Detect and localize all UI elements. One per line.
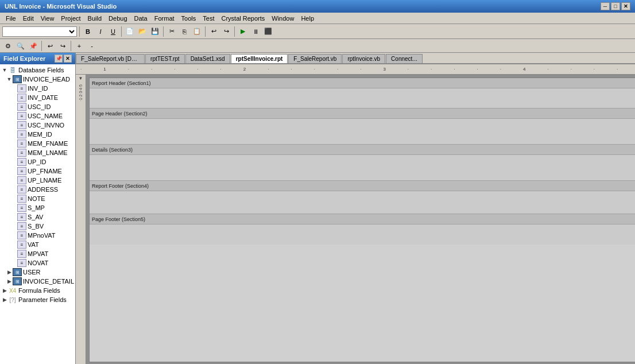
tree-up-fname[interactable]: ≡ UP_FNAME: [1, 166, 74, 176]
menu-view[interactable]: View: [37, 14, 58, 23]
tree-up-lname[interactable]: ≡ UP_LNAME: [1, 176, 74, 185]
toolbar-italic[interactable]: I: [95, 26, 106, 37]
tree-mem-lname[interactable]: ≡ MEM_LNAME: [1, 148, 74, 157]
tree-formula-fields[interactable]: ▶ X4 Formula Fields: [1, 286, 74, 295]
toolbar-underline[interactable]: U: [107, 26, 119, 37]
s-mp-label: S_MP: [28, 204, 45, 211]
menu-format[interactable]: Format: [151, 14, 178, 23]
close-button[interactable]: ✕: [621, 2, 630, 10]
tab-connect[interactable]: Connect...: [386, 54, 423, 63]
toolbar-open[interactable]: 📂: [137, 26, 148, 37]
tree-s-bv[interactable]: ≡ S_BV: [1, 222, 74, 231]
toolbar-save[interactable]: 💾: [149, 26, 161, 37]
field-icon-mem-fname: ≡: [17, 140, 26, 148]
field-icon-s-bv: ≡: [17, 222, 26, 230]
menu-tools[interactable]: Tools: [178, 14, 200, 23]
tree-mem-id[interactable]: ≡ MEM_ID: [1, 130, 74, 139]
no-expand-9: [10, 158, 17, 165]
field-icon-usc-id: ≡: [17, 103, 26, 111]
toolbar-btn-c[interactable]: 📌: [28, 40, 39, 52]
tree-note[interactable]: ≡ NOTE: [1, 194, 74, 203]
toolbar-redo[interactable]: ↪: [220, 26, 232, 37]
toolbar-pause[interactable]: ⏸: [250, 26, 261, 37]
field-icon-address: ≡: [17, 185, 26, 193]
parameter-fields-label: Parameter Fields: [18, 296, 67, 303]
formula-icon: X4: [8, 286, 17, 295]
minimize-button[interactable]: ─: [601, 2, 610, 10]
toolbar-paste[interactable]: 📋: [191, 26, 203, 37]
field-explorer-header-buttons: 📌 ✕: [55, 55, 72, 63]
toolbar-zoom-in[interactable]: +: [73, 40, 85, 52]
tree-address[interactable]: ≡ ADDRESS: [1, 185, 74, 194]
toolbar-btn-b[interactable]: 🔍: [15, 40, 26, 52]
menu-edit[interactable]: Edit: [20, 14, 37, 23]
usc-name-label: USC_NAME: [28, 113, 63, 119]
tab-f-sale-report[interactable]: F_SaleReport.vb: [288, 54, 342, 63]
maximize-button[interactable]: □: [611, 2, 620, 10]
fe-close-button[interactable]: ✕: [64, 55, 72, 63]
field-icon-vat: ≡: [17, 241, 26, 249]
field-icon-mem-id: ≡: [17, 130, 26, 138]
tree-s-mp[interactable]: ≡ S_MP: [1, 203, 74, 212]
tree-mpvat[interactable]: ≡ MPVAT: [1, 249, 74, 258]
tab-rpt-sell-invoice[interactable]: rptSellInvoice.rpt: [231, 54, 288, 63]
tab-sale-report-design[interactable]: F_SaleReport.vb [Design]: [76, 54, 145, 63]
address-label: ADDRESS: [28, 186, 58, 193]
no-expand-12: [10, 186, 17, 193]
toolbar-copy[interactable]: ⎘: [179, 26, 190, 37]
s-bv-label: S_BV: [28, 223, 44, 230]
menu-project[interactable]: Project: [57, 14, 84, 23]
menu-test[interactable]: Test: [199, 14, 218, 23]
mpnovate-label: MPnoVAT: [28, 232, 56, 239]
up-lname-label: UP_LNAME: [28, 177, 61, 184]
tree-user[interactable]: ▶ ⊞ USER: [1, 268, 74, 277]
field-icon-up-fname: ≡: [17, 167, 26, 175]
tree-mem-fname[interactable]: ≡ MEM_FNAME: [1, 139, 74, 148]
fe-pin-button[interactable]: 📌: [55, 55, 63, 63]
toolbar-combo-1[interactable]: [2, 26, 77, 37]
tree-invoice-head[interactable]: ▼ ⊞ INVOICE_HEAD: [1, 75, 74, 84]
menu-debug[interactable]: Debug: [105, 14, 130, 23]
tree-s-av[interactable]: ≡ S_AV: [1, 212, 74, 222]
field-icon-s-av: ≡: [17, 213, 26, 221]
tab-rpt-test[interactable]: rptTEST.rpt: [145, 54, 185, 63]
ruler-marks: ·1·····2·····3·····4·····5·····6·····7··…: [78, 67, 635, 72]
menu-file[interactable]: File: [2, 14, 20, 23]
menu-build[interactable]: Build: [84, 14, 105, 23]
tab-dataset[interactable]: DataSet1.xsd: [185, 54, 230, 63]
menu-crystal-reports[interactable]: Crystal Reports: [218, 14, 268, 23]
toolbar-btn-d[interactable]: ↩: [44, 40, 56, 52]
menu-help[interactable]: Help: [297, 14, 318, 23]
tree-usc-invno[interactable]: ≡ USC_INVNO: [1, 121, 74, 130]
field-explorer-body: ▼ 🗄 Database Fields ▼ ⊞ INVOICE_HEAD ≡ I…: [0, 64, 75, 364]
tree-inv-id[interactable]: ≡ INV_ID: [1, 84, 74, 93]
tree-usc-id[interactable]: ≡ USC_ID: [1, 102, 74, 111]
toolbar-new[interactable]: 📄: [124, 26, 135, 37]
tree-invoice-detail[interactable]: ▶ ⊞ INVOICE_DETAIL: [1, 277, 74, 286]
tab-rpt-invoice[interactable]: rptInvoice.vb: [342, 54, 385, 63]
toolbar-cut[interactable]: ✂: [166, 26, 177, 37]
ruler: ·1·····2·····3·····4·····5·····6·····7··…: [76, 64, 635, 75]
tree-database-fields[interactable]: ▼ 🗄 Database Fields: [1, 65, 74, 75]
tree-usc-name[interactable]: ≡ USC_NAME: [1, 111, 74, 121]
tree-novat[interactable]: ≡ NOVAT: [1, 258, 74, 268]
toolbar-stop[interactable]: ⬛: [262, 26, 274, 37]
window-title: UNL Invoice - Microsoft Visual Studio: [5, 3, 117, 10]
toolbar-btn-e[interactable]: ↪: [57, 40, 68, 52]
tree-parameter-fields[interactable]: ▶ [?] Parameter Fields: [1, 295, 74, 304]
tree-mpnovate[interactable]: ≡ MPnoVAT: [1, 231, 74, 240]
toolbar-play[interactable]: ▶: [237, 26, 249, 37]
tree-vat[interactable]: ≡ VAT: [1, 240, 74, 249]
toolbar-btn-a[interactable]: ⚙: [2, 40, 14, 52]
menu-window[interactable]: Window: [268, 14, 297, 23]
toolbar-bold[interactable]: B: [82, 26, 94, 37]
tree-up-id[interactable]: ≡ UP_ID: [1, 157, 74, 166]
no-expand-19: [10, 250, 17, 257]
menu-data[interactable]: Data: [131, 14, 151, 23]
toolbar-undo[interactable]: ↩: [208, 26, 219, 37]
invoice-head-table-icon: ⊞: [13, 75, 22, 83]
no-expand-18: [10, 241, 17, 248]
toolbar-zoom-out[interactable]: -: [86, 40, 98, 52]
expand-user-icon: ▶: [6, 269, 13, 276]
tree-inv-date[interactable]: ≡ INV_DATE: [1, 93, 74, 102]
